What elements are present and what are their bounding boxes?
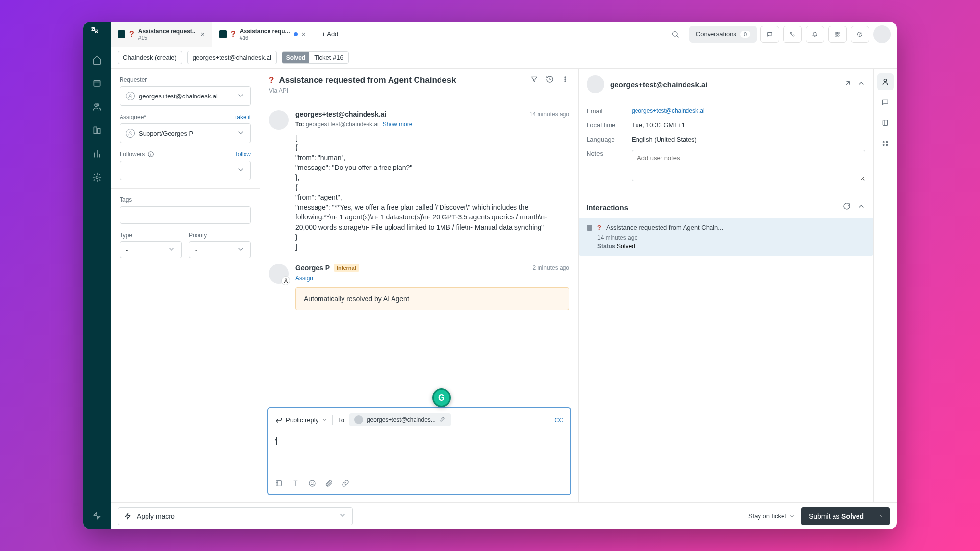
chat-icon[interactable] <box>760 26 779 43</box>
close-icon[interactable]: × <box>201 30 205 38</box>
text-format-icon[interactable] <box>292 479 299 489</box>
views-icon[interactable] <box>87 73 107 93</box>
svg-rect-3 <box>98 129 100 134</box>
svg-point-25 <box>886 144 888 146</box>
search-button[interactable] <box>665 26 686 43</box>
take-it-link[interactable]: take it <box>235 114 251 120</box>
svg-point-19 <box>309 480 315 486</box>
emoji-icon[interactable] <box>308 479 316 489</box>
grammarly-icon[interactable]: G <box>432 388 451 407</box>
svg-rect-9 <box>838 35 839 36</box>
chat-tab[interactable] <box>877 94 894 111</box>
svg-point-14 <box>565 77 566 78</box>
tab-favicon <box>118 30 125 38</box>
recipient-chip[interactable]: georges+test@chaindes... <box>349 413 451 426</box>
interaction-time: 14 minutes ago <box>597 234 865 241</box>
email-label: Email <box>587 107 632 115</box>
language-value: English (United States) <box>632 136 865 143</box>
email-value[interactable]: georges+test@chaindesk.ai <box>632 107 865 115</box>
notes-label: Notes <box>587 150 632 181</box>
knowledge-icon[interactable] <box>275 479 283 489</box>
agent-badge-icon <box>281 276 290 285</box>
ticket-id: Ticket #16 <box>309 52 348 63</box>
svg-point-4 <box>96 176 98 179</box>
customer-header: georges+test@chaindesk.ai <box>579 69 873 100</box>
conversations-button[interactable]: Conversations0 <box>689 26 757 43</box>
assignee-label: Assignee* <box>120 114 146 120</box>
requester-select[interactable]: georges+test@chaindesk.ai <box>120 86 251 106</box>
followers-label: Followers <box>120 151 154 158</box>
svg-rect-6 <box>835 32 837 34</box>
zendesk-products-icon[interactable] <box>87 506 107 526</box>
question-icon: ? <box>129 30 134 39</box>
home-icon[interactable] <box>87 50 107 70</box>
apply-macro-select[interactable]: Apply macro <box>118 507 353 525</box>
type-select[interactable]: - <box>120 241 182 258</box>
admin-icon[interactable] <box>87 168 107 187</box>
notifications-icon[interactable] <box>806 26 824 43</box>
organizations-icon[interactable] <box>87 120 107 140</box>
tags-input[interactable] <box>120 206 251 224</box>
more-icon[interactable] <box>562 75 569 85</box>
stay-on-ticket-select[interactable]: Stay on ticket <box>748 512 795 520</box>
submit-button[interactable]: Submit as Solved <box>801 507 890 525</box>
filter-icon[interactable] <box>530 75 538 85</box>
knowledge-tab[interactable] <box>877 115 894 131</box>
follow-link[interactable]: follow <box>236 151 251 158</box>
followers-select[interactable] <box>120 161 251 180</box>
question-icon: ? <box>269 75 274 85</box>
submit-dropdown[interactable] <box>872 512 890 521</box>
collapse-icon[interactable] <box>858 202 865 212</box>
show-more-link[interactable]: Show more <box>383 121 413 128</box>
reply-textarea[interactable]: ' <box>268 431 570 475</box>
user-avatar[interactable] <box>873 25 891 43</box>
tags-label: Tags <box>120 196 251 203</box>
edit-icon[interactable] <box>440 416 446 424</box>
priority-select[interactable]: - <box>189 241 251 258</box>
assignee-select[interactable]: Support/Georges P <box>120 123 251 143</box>
reply-type-select[interactable]: Public reply <box>275 416 327 424</box>
svg-point-22 <box>883 141 884 143</box>
internal-badge: Internal <box>334 264 359 272</box>
history-icon[interactable] <box>546 75 554 85</box>
notes-textarea[interactable] <box>632 150 865 181</box>
cc-button[interactable]: CC <box>554 416 564 424</box>
link-icon[interactable] <box>342 479 349 489</box>
message-author: georges+test@chaindesk.ai <box>295 110 386 118</box>
customer-name: georges+test@chaindesk.ai <box>610 80 838 89</box>
close-icon[interactable]: × <box>302 30 306 38</box>
message-internal: Georges PInternal2 minutes ago Assign Au… <box>269 264 569 310</box>
reporting-icon[interactable] <box>87 144 107 164</box>
requester-crumb[interactable]: georges+test@chaindesk.ai <box>187 51 277 64</box>
org-crumb[interactable]: Chaindesk (create) <box>118 51 182 64</box>
user-tab[interactable] <box>877 73 894 90</box>
refresh-icon[interactable] <box>843 202 851 212</box>
ticket-status-pill: Solved Ticket #16 <box>282 51 349 64</box>
svg-point-12 <box>129 132 131 133</box>
localtime-label: Local time <box>587 121 632 129</box>
assign-link[interactable]: Assign <box>295 275 569 282</box>
message-time: 2 minutes ago <box>533 264 569 271</box>
avatar <box>587 75 604 93</box>
customers-icon[interactable] <box>87 97 107 117</box>
apps-tab[interactable] <box>877 135 894 152</box>
apps-icon[interactable] <box>828 26 847 43</box>
language-label: Language <box>587 136 632 143</box>
svg-point-17 <box>285 279 287 281</box>
svg-rect-21 <box>883 120 887 126</box>
svg-point-15 <box>565 79 566 80</box>
help-icon[interactable] <box>851 26 869 43</box>
collapse-icon[interactable] <box>858 79 865 89</box>
question-icon: ? <box>597 224 601 231</box>
svg-point-23 <box>886 141 888 143</box>
open-icon[interactable] <box>844 79 852 89</box>
attachment-icon[interactable] <box>325 479 333 489</box>
tab-ticket-16[interactable]: ? Assistance requ...#16 × <box>212 22 313 47</box>
phone-icon[interactable] <box>783 26 802 43</box>
to-line: To: georges+test@chaindesk.aiShow more <box>295 121 569 128</box>
add-tab-button[interactable]: + Add <box>313 30 347 38</box>
interaction-item[interactable]: ?Assistance requested from Agent Chain..… <box>579 218 873 256</box>
tab-ticket-15[interactable]: ? Assistance request...#15 × <box>111 22 212 47</box>
svg-rect-0 <box>94 80 100 86</box>
priority-label: Priority <box>189 232 251 239</box>
